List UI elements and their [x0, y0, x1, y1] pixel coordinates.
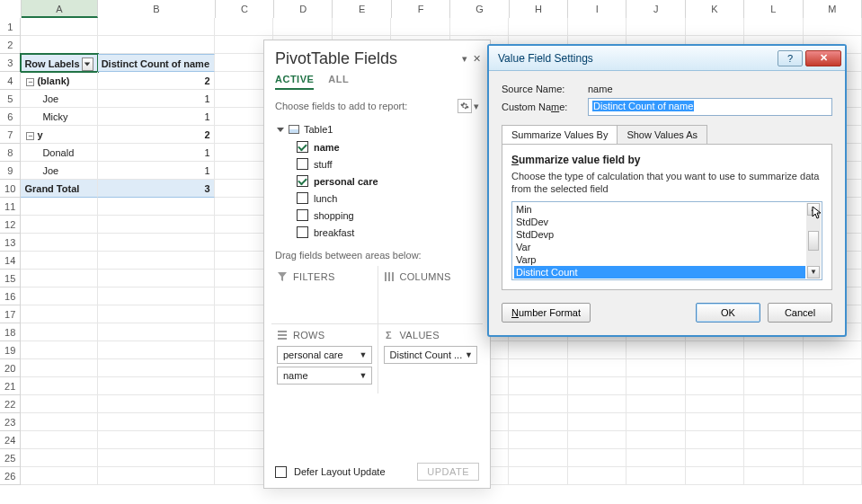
cell[interactable]: [98, 431, 215, 449]
row-header[interactable]: 6: [0, 108, 21, 126]
cell[interactable]: [627, 431, 685, 449]
cell[interactable]: [804, 431, 862, 449]
cell[interactable]: [627, 18, 685, 36]
field-item[interactable]: shopping: [277, 207, 484, 224]
cell[interactable]: [98, 287, 215, 305]
cell[interactable]: [744, 18, 803, 36]
cell[interactable]: [627, 467, 685, 485]
close-icon[interactable]: ✕: [473, 53, 481, 65]
cell[interactable]: 3: [98, 180, 215, 198]
scroll-down-button[interactable]: ▼: [807, 266, 820, 279]
area-values[interactable]: ΣVALUES Distinct Count ...▼: [378, 323, 484, 393]
cell[interactable]: [509, 18, 567, 36]
field-item[interactable]: personal care: [277, 172, 484, 190]
cell[interactable]: [568, 359, 627, 377]
table-node[interactable]: Table1: [277, 120, 484, 138]
field-checkbox[interactable]: [297, 158, 308, 170]
cell[interactable]: [627, 359, 685, 377]
field-item[interactable]: breakfast: [277, 224, 484, 241]
row-header[interactable]: 10: [0, 180, 21, 198]
collapse-icon[interactable]: −: [26, 78, 34, 86]
cell[interactable]: [804, 18, 862, 36]
row-header[interactable]: 25: [0, 449, 21, 467]
cell[interactable]: Grand Total: [21, 180, 97, 198]
row-header[interactable]: 9: [0, 162, 21, 180]
cell[interactable]: Row Labels: [21, 54, 97, 72]
cell[interactable]: [627, 341, 685, 359]
cell[interactable]: [804, 395, 862, 413]
row-header[interactable]: 15: [0, 270, 21, 287]
column-header[interactable]: A: [22, 0, 98, 18]
cell[interactable]: [744, 395, 803, 413]
row-header[interactable]: 4: [0, 72, 21, 90]
cell[interactable]: [686, 18, 744, 36]
cell[interactable]: [568, 467, 627, 485]
row-header[interactable]: 19: [0, 341, 21, 359]
cell[interactable]: [509, 377, 567, 395]
cell[interactable]: [98, 323, 215, 341]
cell[interactable]: Joe: [21, 90, 97, 108]
column-header[interactable]: C: [216, 0, 274, 18]
cell[interactable]: 1: [98, 162, 215, 180]
column-header[interactable]: E: [333, 0, 391, 18]
cell[interactable]: [686, 449, 744, 467]
cell[interactable]: [391, 18, 449, 36]
list-item[interactable]: Min: [514, 203, 805, 216]
cell[interactable]: [509, 395, 567, 413]
row-header[interactable]: 26: [0, 467, 21, 485]
cell[interactable]: [627, 449, 685, 467]
field-checkbox[interactable]: [297, 175, 308, 187]
cell[interactable]: [98, 341, 215, 359]
scroll-up-button[interactable]: ▲: [807, 203, 820, 216]
cell[interactable]: [21, 323, 97, 341]
cell[interactable]: [98, 252, 215, 270]
cell[interactable]: [744, 449, 803, 467]
collapse-icon[interactable]: −: [26, 132, 34, 140]
cell[interactable]: [98, 359, 215, 377]
row-header[interactable]: 1: [0, 18, 21, 36]
row-header[interactable]: 12: [0, 216, 21, 234]
cell[interactable]: Donald: [21, 144, 97, 162]
tab-show-values-as[interactable]: Show Values As: [617, 125, 707, 144]
cell[interactable]: [450, 18, 509, 36]
field-checkbox[interactable]: [297, 141, 308, 153]
row-header[interactable]: 7: [0, 126, 21, 144]
cell[interactable]: 2: [98, 126, 215, 144]
cell[interactable]: [509, 413, 567, 431]
cell[interactable]: [804, 377, 862, 395]
cell[interactable]: [21, 305, 97, 323]
cell[interactable]: [568, 18, 627, 36]
row-header[interactable]: 13: [0, 234, 21, 252]
row-header[interactable]: 11: [0, 198, 21, 216]
cell[interactable]: [98, 234, 215, 252]
cell[interactable]: [744, 431, 803, 449]
cell[interactable]: [509, 449, 567, 467]
area-columns[interactable]: COLUMNS: [378, 266, 484, 323]
cell[interactable]: [509, 467, 567, 485]
cell[interactable]: [21, 395, 97, 413]
cell[interactable]: [509, 431, 567, 449]
cell[interactable]: Distinct Count of name: [98, 54, 215, 72]
cell[interactable]: [21, 18, 97, 36]
column-header[interactable]: M: [804, 0, 862, 18]
column-header[interactable]: H: [510, 0, 568, 18]
cell[interactable]: [98, 305, 215, 323]
close-button[interactable]: ✕: [805, 50, 841, 66]
cell[interactable]: [98, 413, 215, 431]
update-button[interactable]: UPDATE: [417, 463, 479, 481]
cell[interactable]: [21, 234, 97, 252]
cell[interactable]: [744, 413, 803, 431]
cell[interactable]: [509, 341, 567, 359]
cell[interactable]: [627, 413, 685, 431]
area-pill[interactable]: name▼: [277, 367, 372, 385]
field-item[interactable]: name: [277, 138, 484, 155]
tab-all[interactable]: ALL: [328, 70, 349, 90]
cell[interactable]: [21, 270, 97, 287]
column-header[interactable]: I: [568, 0, 627, 18]
cell[interactable]: [627, 377, 685, 395]
cell[interactable]: [568, 341, 627, 359]
column-header[interactable]: B: [98, 0, 216, 18]
column-header[interactable]: G: [450, 0, 509, 18]
row-header[interactable]: 20: [0, 359, 21, 377]
area-pill[interactable]: Distinct Count ...▼: [384, 346, 478, 364]
